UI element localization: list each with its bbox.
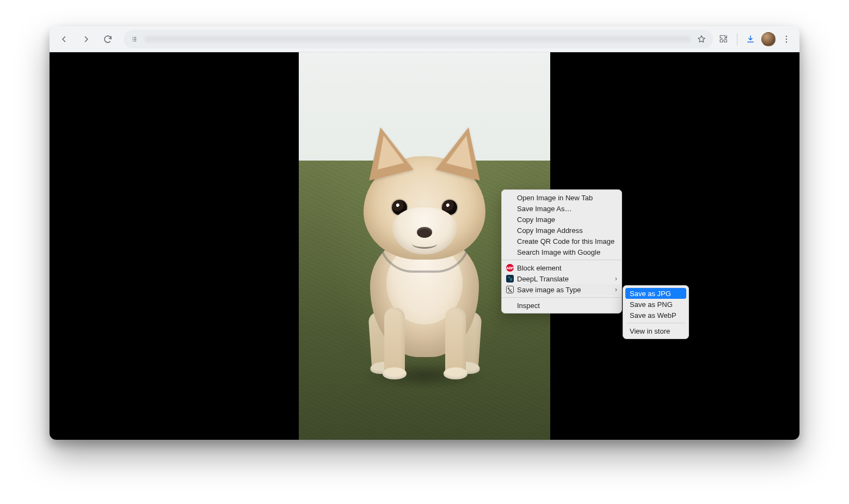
submenu-save-as-webp[interactable]: Save as WebP: [625, 310, 686, 321]
svg-point-1: [786, 38, 787, 39]
browser-window: Open Image in New Tab Save Image As… Cop…: [50, 26, 799, 440]
submenu-view-in-store[interactable]: View in store: [625, 325, 686, 336]
extensions-button[interactable]: [716, 32, 731, 47]
submenu-save-as-png[interactable]: Save as PNG: [625, 299, 686, 310]
puzzle-piece-icon: [719, 34, 729, 44]
page-viewport: Open Image in New Tab Save Image As… Cop…: [50, 52, 799, 440]
address-bar[interactable]: [124, 30, 713, 48]
forward-button[interactable]: [77, 30, 95, 48]
svg-point-2: [786, 41, 787, 42]
ctx-copy-image[interactable]: Copy Image: [502, 214, 622, 225]
svg-point-0: [786, 35, 787, 36]
image-type-icon: [506, 285, 514, 294]
url-text-blurred: [144, 36, 691, 42]
ctx-copy-image-address[interactable]: Copy Image Address: [502, 225, 622, 236]
profile-avatar[interactable]: [761, 32, 776, 46]
kebab-menu-icon: [782, 34, 791, 44]
ctx-separator-1: [502, 260, 622, 260]
toolbar-separator: [737, 33, 737, 45]
reload-button[interactable]: [99, 30, 117, 48]
ctx-deepl-translate[interactable]: DeepL Translate ›: [502, 273, 622, 284]
arrow-left-icon: [59, 34, 69, 44]
chrome-menu-button[interactable]: [779, 32, 794, 47]
ctx-save-image-as-type[interactable]: Save image as Type ›: [502, 284, 622, 295]
back-button[interactable]: [55, 30, 73, 48]
ctx-separator-2: [502, 297, 622, 298]
submenu-separator: [626, 323, 685, 323]
chevron-right-icon: ›: [615, 286, 617, 293]
submenu-save-as-jpg[interactable]: Save as JPG: [625, 288, 686, 299]
chevron-right-icon: ›: [615, 275, 617, 282]
download-icon: [746, 34, 755, 44]
adblock-plus-icon: ABP: [506, 263, 514, 272]
bookmark-star-icon[interactable]: [697, 34, 706, 44]
context-menu: Open Image in New Tab Save Image As… Cop…: [501, 189, 622, 314]
browser-toolbar: [50, 26, 799, 52]
ctx-search-image-google[interactable]: Search Image with Google: [502, 247, 622, 257]
site-settings-icon: [130, 35, 139, 44]
reload-icon: [103, 34, 113, 44]
address-bar-container: [124, 30, 713, 48]
deepl-icon: [506, 274, 514, 283]
arrow-right-icon: [81, 34, 91, 44]
save-as-type-submenu: Save as JPG Save as PNG Save as WebP Vie…: [623, 285, 689, 339]
ctx-inspect[interactable]: Inspect: [502, 300, 622, 311]
downloads-button[interactable]: [743, 32, 758, 47]
image-dog-subject: [337, 153, 512, 387]
ctx-create-qr-code[interactable]: Create QR Code for this Image: [502, 236, 622, 247]
ctx-block-element[interactable]: ABP Block element: [502, 262, 622, 273]
ctx-save-image-as[interactable]: Save Image As…: [502, 203, 622, 214]
ctx-open-image-new-tab[interactable]: Open Image in New Tab: [502, 192, 622, 203]
